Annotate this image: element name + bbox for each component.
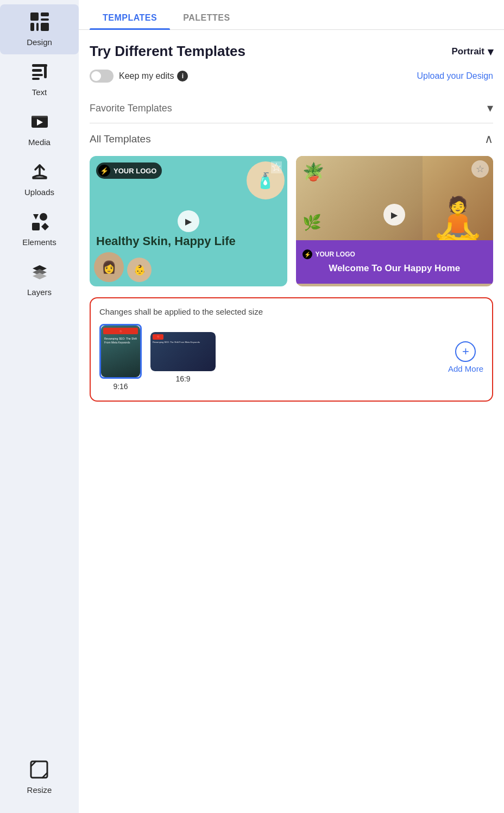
thumb-916-logo: 🔴 [103, 328, 138, 334]
resize-thumb-169[interactable]: 🔴 Revamping SEO: The Shift From Meta Key… [150, 332, 216, 383]
main-panel: TEMPLATES PALETTES Try Different Templat… [79, 0, 504, 813]
resize-panel: Changes shall be applied to the selected… [90, 297, 493, 402]
svg-rect-1 [41, 12, 49, 16]
keep-edits-left: Keep my edits i [90, 70, 188, 83]
sidebar-item-label-uploads: Uploads [24, 187, 54, 197]
svg-rect-16 [32, 223, 40, 230]
media-icon [30, 112, 49, 134]
svg-marker-14 [33, 214, 39, 220]
layers-icon [30, 262, 49, 284]
svg-rect-10 [32, 78, 40, 80]
sidebar-bottom: Resize [23, 752, 56, 813]
card2-photo-bg: 🪴 🧘 🌿 [296, 156, 494, 240]
sidebar-item-label-text: Text [32, 87, 47, 97]
thumb-169-logo: 🔴 [153, 334, 163, 340]
resize-notice: Changes shall be applied to the selected… [99, 307, 483, 316]
thumb-169-image: 🔴 Revamping SEO: The Shift From Meta Key… [150, 332, 216, 371]
thumb-916-label: 9:16 [113, 382, 128, 391]
svg-rect-2 [41, 18, 49, 21]
sidebar-item-uploads[interactable]: Uploads [0, 154, 79, 204]
design-icon [30, 12, 49, 34]
keep-edits-toggle[interactable] [90, 70, 114, 83]
elements-icon [30, 212, 49, 234]
template-card-1[interactable]: ⚡ YOUR LOGO ☆ 🧴 Healthy Skin, Happy Life… [90, 156, 287, 286]
card2-bottom: ⚡ YOUR LOGO Welcome To Our Happy Home [296, 240, 494, 284]
thumb-169-label: 16:9 [175, 374, 190, 383]
card1-logo: ⚡ YOUR LOGO [96, 162, 162, 179]
info-icon[interactable]: i [177, 71, 188, 82]
add-more-label: Add More [448, 364, 483, 373]
svg-rect-4 [36, 23, 39, 31]
sidebar-item-text[interactable]: Text [0, 54, 79, 104]
svg-point-15 [40, 213, 47, 221]
resize-thumb-916[interactable]: 🔴 Revamping SEO: The Shift From Meta Key… [99, 324, 142, 391]
thumb-169-text: Revamping SEO: The Shift From Meta Keywo… [153, 341, 213, 344]
text-icon [30, 62, 49, 84]
svg-marker-17 [41, 223, 49, 230]
svg-rect-5 [41, 23, 49, 31]
sidebar-item-layers[interactable]: Layers [0, 254, 79, 304]
main-content: Try Different Templates Portrait ▾ Keep … [79, 30, 504, 813]
sidebar-item-label-resize: Resize [27, 785, 52, 795]
resize-thumbnails: 🔴 Revamping SEO: The Shift From Meta Key… [99, 324, 483, 391]
favorite-templates-section[interactable]: Favorite Templates ▾ [90, 93, 493, 123]
card1-play-button[interactable]: ▶ [178, 210, 199, 232]
sidebar-item-label-media: Media [28, 137, 51, 147]
svg-rect-13 [32, 116, 48, 117]
sidebar-item-label-design: Design [27, 37, 52, 47]
template-card-2[interactable]: 🪴 🧘 🌿 ☆ ▶ ⚡ YOUR LOGO Welcom [296, 156, 494, 286]
all-templates-chevron-up-icon: ∧ [484, 132, 493, 146]
thumb-916-selected: 🔴 Revamping SEO: The Shift From Meta Key… [99, 324, 142, 379]
sidebar-item-label-layers: Layers [27, 287, 52, 297]
thumb-916-image: 🔴 Revamping SEO: The Shift From Meta Key… [101, 326, 140, 377]
header-row: Try Different Templates Portrait ▾ [90, 43, 493, 60]
card1-bolt-icon: ⚡ [98, 165, 110, 177]
thumb-169-image-wrap: 🔴 Revamping SEO: The Shift From Meta Key… [150, 332, 216, 371]
resize-icon [29, 760, 49, 782]
sidebar: Design Text Media [0, 0, 79, 813]
sidebar-item-resize[interactable]: Resize [23, 752, 56, 802]
tab-templates[interactable]: TEMPLATES [90, 4, 170, 29]
all-templates-section[interactable]: All Templates ∧ [90, 132, 493, 146]
svg-rect-9 [32, 74, 43, 76]
card2-favorite-button[interactable]: ☆ [471, 160, 489, 178]
templates-grid: ⚡ YOUR LOGO ☆ 🧴 Healthy Skin, Happy Life… [90, 156, 493, 286]
card1-favorite-button[interactable]: ☆ [271, 161, 282, 173]
card2-lamp-icon: 🪴 [303, 161, 324, 182]
svg-rect-0 [30, 12, 39, 21]
portrait-label: Portrait [452, 46, 484, 57]
chevron-down-icon: ▾ [488, 45, 493, 58]
card2-logo-text: YOUR LOGO [316, 251, 355, 258]
uploads-icon [30, 162, 49, 184]
tab-palettes[interactable]: PALETTES [170, 4, 243, 29]
keep-edits-label: Keep my edits i [119, 71, 188, 82]
card1-bottom: 👩 👶 [90, 248, 287, 286]
thumb-916-inner: 🔴 Revamping SEO: The Shift From Meta Key… [101, 326, 140, 377]
sidebar-item-elements[interactable]: Elements [0, 204, 79, 254]
card1-title: Healthy Skin, Happy Life [96, 234, 281, 248]
thumb-916-text: Revamping SEO: The Shift From Meta Keywo… [103, 336, 138, 346]
svg-rect-7 [32, 69, 42, 72]
sidebar-item-design[interactable]: Design [0, 4, 79, 54]
card2-title: Welcome To Our Happy Home [303, 262, 487, 274]
portrait-button[interactable]: Portrait ▾ [452, 45, 493, 58]
all-templates-label: All Templates [90, 133, 151, 145]
page-title: Try Different Templates [90, 43, 245, 60]
keep-edits-row: Keep my edits i Upload your Design [90, 70, 493, 83]
sidebar-item-media[interactable]: Media [0, 104, 79, 154]
card1-bottom-circle-2: 👶 [127, 258, 152, 282]
add-more-button[interactable]: + Add More [448, 341, 483, 373]
card2-plant: 🌿 [303, 204, 322, 234]
svg-rect-3 [30, 23, 34, 31]
svg-rect-8 [44, 65, 47, 78]
add-more-plus-icon: + [455, 341, 476, 362]
card2-play-button[interactable]: ▶ [383, 204, 405, 226]
tabs-bar: TEMPLATES PALETTES [79, 4, 504, 30]
sidebar-item-label-elements: Elements [22, 237, 56, 247]
upload-design-link[interactable]: Upload your Design [417, 71, 493, 81]
card2-bolt-icon: ⚡ [303, 249, 312, 259]
card1-bottom-circle-1: 👩 [94, 252, 124, 282]
favorite-templates-label: Favorite Templates [90, 103, 172, 114]
card2-logo-row: ⚡ YOUR LOGO [303, 249, 487, 259]
favorite-chevron-down-icon: ▾ [487, 101, 493, 115]
